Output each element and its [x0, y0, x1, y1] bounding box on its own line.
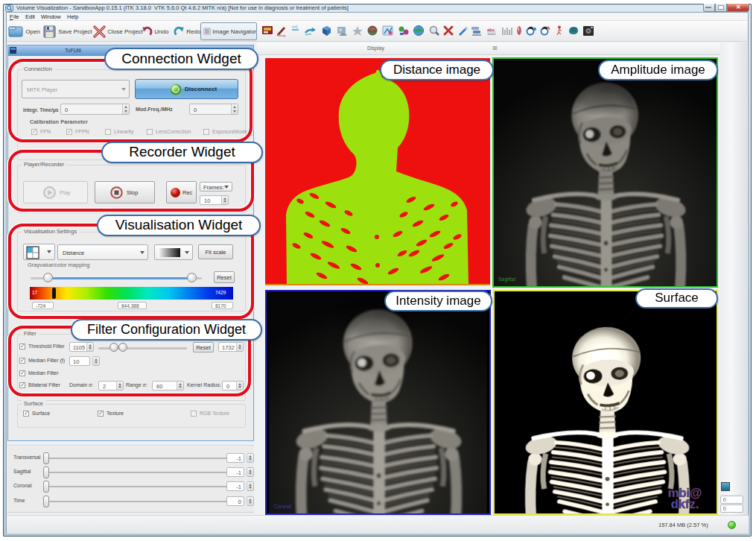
svg-text:Sagittal: Sagittal	[498, 276, 516, 282]
svg-text:Coronal: Coronal	[273, 504, 291, 509]
svg-text:dkfz.: dkfz.	[671, 497, 699, 511]
svg-text:v=0: v=0	[292, 25, 298, 29]
svg-text:Imag: Imag	[279, 34, 285, 37]
svg-text:abc: abc	[487, 28, 495, 32]
